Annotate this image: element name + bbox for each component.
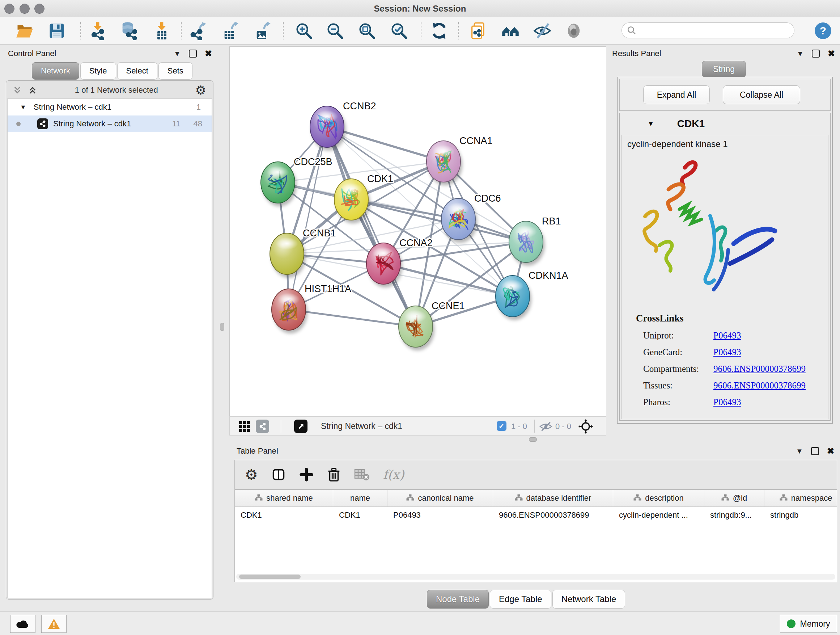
zoom-in-icon[interactable] [294,21,314,41]
export-table-icon[interactable] [220,21,240,41]
delete-trash-icon[interactable] [327,467,341,482]
table-settings-gear-icon[interactable]: ⚙ [245,466,258,483]
table-cell[interactable]: P06493 [387,507,493,523]
export-image-icon[interactable] [253,21,273,41]
memory-button[interactable]: Memory [780,615,837,633]
warnings-button[interactable] [41,615,66,633]
refresh-layout-icon[interactable] [429,21,449,41]
tab-network-table[interactable]: Network Table [553,590,625,608]
import-network-file-icon[interactable] [88,21,108,41]
zoom-fit-icon[interactable] [357,21,377,41]
panel-close-icon[interactable]: ✖ [828,49,835,59]
graphics-details-icon[interactable] [256,420,269,433]
show-eye-icon[interactable] [564,21,584,41]
table-cell[interactable]: cyclin-dependent ... [613,507,704,523]
selected-checkbox-icon[interactable]: ✓ [497,421,507,431]
panel-menu-icon[interactable]: ▼ [796,447,803,455]
node-table[interactable]: shared namenamecanonical namedatabase id… [234,489,837,582]
column-header-canonical-name[interactable]: canonical name [387,490,493,507]
tab-sets[interactable]: Sets [158,62,193,80]
network-node-CDKN1A[interactable]: CDKN1A [496,270,568,320]
panel-menu-icon[interactable]: ▼ [174,50,181,58]
zoom-out-icon[interactable] [325,21,345,41]
export-network-icon[interactable] [188,21,208,41]
import-table-icon[interactable] [152,21,172,41]
network-collection-row[interactable]: ▼ String Network – cdk1 1 [8,99,212,116]
network-node-CDC6[interactable]: CDC6 [441,193,501,243]
birdseye-grid-icon[interactable] [238,420,251,432]
network-edge[interactable] [289,127,327,310]
network-node-CCNB1[interactable]: CCNB1 [270,228,336,278]
expand-all-button[interactable]: Expand All [643,86,710,104]
zoom-selected-icon[interactable] [389,21,409,41]
crosslink-value-link[interactable]: P06493 [714,347,741,357]
table-cell[interactable]: stringdb:9... [704,507,764,523]
panel-float-icon[interactable] [812,50,820,57]
column-header-id[interactable]: @id [704,490,764,507]
expand-all-chevron-icon[interactable] [27,85,38,95]
column-header-namespace[interactable]: namespace [764,490,837,507]
network-node-HIST1H1A[interactable]: HIST1H1A [272,283,351,333]
network-edge[interactable] [327,127,416,326]
tab-select[interactable]: Select [117,62,157,80]
tab-edge-table[interactable]: Edge Table [490,590,551,608]
bottom-splitter-handle[interactable] [529,437,537,442]
table-row[interactable]: CDK1CDK1P064939606.ENSP00000378699cyclin… [235,507,837,523]
table-cell[interactable]: stringdb [764,507,837,523]
search-input[interactable] [640,25,789,35]
column-header-database-identifier[interactable]: database identifier [493,490,613,507]
scrollbar-thumb[interactable] [239,575,301,579]
panel-close-icon[interactable]: ✖ [205,49,212,59]
crosslink-value-link[interactable]: P06493 [714,397,741,407]
panel-close-icon[interactable]: ✖ [827,446,834,456]
string-home-icon[interactable] [500,21,521,41]
show-columns-icon[interactable] [271,467,286,482]
function-builder-icon[interactable]: f(x) [383,467,404,482]
tab-string[interactable]: String [702,61,746,78]
network-edge[interactable] [289,310,416,326]
network-node-CCNB2[interactable]: CCNB2 [310,101,376,150]
column-header-shared-name[interactable]: shared name [235,490,333,507]
network-node-CCNE1[interactable]: CCNE1 [399,301,465,350]
annotation-document-icon[interactable] [468,21,488,41]
table-cell[interactable]: CDK1 [235,507,333,523]
collapse-all-button[interactable]: Collapse All [723,86,800,104]
tab-style[interactable]: Style [80,62,116,80]
network-node-RB1[interactable]: RB1 [509,216,561,266]
save-session-icon[interactable] [47,21,67,41]
gene-expand-triangle-icon[interactable]: ▼ [647,120,654,128]
crosslink-value-link[interactable]: 9606.ENSP00000378699 [714,364,806,374]
detach-view-icon[interactable] [294,420,308,433]
hide-eye-icon[interactable] [532,21,553,41]
center-view-crosshair-icon[interactable] [578,419,593,434]
hidden-eye-icon[interactable] [539,421,553,432]
column-header-name[interactable]: name [333,490,387,507]
panel-menu-icon[interactable]: ▼ [797,50,804,58]
add-column-icon[interactable] [299,467,314,482]
help-icon[interactable]: ? [815,22,831,39]
tab-network[interactable]: Network [32,62,79,80]
crosslink-value-link[interactable]: 9606.ENSP00000378699 [714,380,806,391]
collapse-all-chevron-icon[interactable] [12,85,22,95]
network-node-CCNA2[interactable]: CCNA2 [366,238,433,287]
tab-node-table[interactable]: Node Table [427,590,489,608]
horizontal-scrollbar[interactable] [236,574,835,580]
crosslink-value-link[interactable]: P06493 [714,331,741,340]
network-node-CDC25B[interactable]: CDC25B [261,157,332,206]
gene-section-header[interactable]: ▼ CDK1 [620,114,830,134]
panel-float-icon[interactable] [189,50,197,57]
network-node-CDK1[interactable]: CDK1 [334,173,393,223]
import-network-database-icon[interactable] [118,21,139,41]
column-header-description[interactable]: description [613,490,704,507]
delete-table-icon[interactable] [354,468,370,481]
open-session-icon[interactable] [14,21,35,41]
panel-float-icon[interactable] [811,447,819,455]
cloud-status-button[interactable] [10,615,35,633]
gear-icon[interactable]: ⚙ [195,83,206,97]
network-row[interactable]: String Network – cdk1 11 48 [8,116,212,132]
table-cell[interactable]: 9606.ENSP00000378699 [493,507,613,523]
table-cell[interactable]: CDK1 [333,507,387,523]
collection-expand-triangle-icon[interactable]: ▼ [20,103,27,111]
network-canvas[interactable]: CCNB2CCNA1CDC25BCDK1CDC6RB1CCNB1CCNA2CDK… [229,46,606,416]
left-splitter-handle[interactable] [220,323,224,331]
